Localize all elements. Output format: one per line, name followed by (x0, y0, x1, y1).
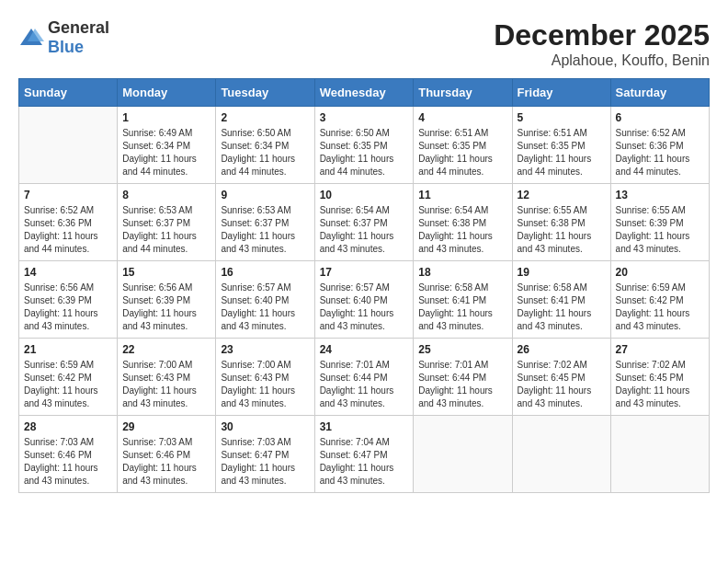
day-info: Sunrise: 7:03 AMSunset: 6:46 PMDaylight:… (122, 436, 210, 488)
weekday-header-row: SundayMondayTuesdayWednesdayThursdayFrid… (19, 79, 710, 107)
day-info: Sunrise: 6:58 AMSunset: 6:41 PMDaylight:… (518, 282, 606, 333)
title-block: December 2025 Aplahoue, Kouffo, Benin (494, 18, 710, 69)
day-number: 28 (24, 420, 112, 433)
day-number: 13 (616, 189, 704, 201)
weekday-header-monday: Monday (118, 79, 216, 107)
calendar-cell: 27Sunrise: 7:02 AMSunset: 6:45 PMDayligh… (610, 339, 709, 416)
logo-general: General (48, 18, 109, 37)
day-info: Sunrise: 7:00 AMSunset: 6:43 PMDaylight:… (221, 359, 309, 410)
calendar-cell: 28Sunrise: 7:03 AMSunset: 6:46 PMDayligh… (19, 416, 118, 493)
calendar-cell: 23Sunrise: 7:00 AMSunset: 6:43 PMDayligh… (216, 339, 314, 416)
calendar-cell (19, 107, 118, 184)
weekday-header-wednesday: Wednesday (314, 79, 414, 107)
calendar-cell: 21Sunrise: 6:59 AMSunset: 6:42 PMDayligh… (19, 339, 118, 416)
day-info: Sunrise: 6:49 AMSunset: 6:34 PMDaylight:… (122, 127, 210, 178)
calendar-cell: 22Sunrise: 7:00 AMSunset: 6:43 PMDayligh… (118, 339, 216, 416)
day-info: Sunrise: 6:51 AMSunset: 6:35 PMDaylight:… (418, 127, 506, 178)
day-number: 12 (518, 189, 606, 201)
day-number: 22 (122, 343, 210, 356)
calendar-cell: 8Sunrise: 6:53 AMSunset: 6:37 PMDaylight… (118, 184, 216, 261)
day-number: 6 (616, 111, 704, 124)
day-info: Sunrise: 6:53 AMSunset: 6:37 PMDaylight:… (221, 204, 309, 256)
calendar-cell: 9Sunrise: 6:53 AMSunset: 6:37 PMDaylight… (216, 184, 314, 261)
calendar-cell: 30Sunrise: 7:03 AMSunset: 6:47 PMDayligh… (216, 416, 314, 493)
day-number: 23 (221, 343, 309, 356)
day-info: Sunrise: 6:54 AMSunset: 6:37 PMDaylight:… (320, 204, 409, 256)
logo: General Blue (18, 18, 109, 57)
calendar-cell: 18Sunrise: 6:58 AMSunset: 6:41 PMDayligh… (414, 261, 512, 339)
calendar-cell: 11Sunrise: 6:54 AMSunset: 6:38 PMDayligh… (414, 184, 512, 261)
day-number: 17 (320, 266, 409, 279)
day-info: Sunrise: 6:50 AMSunset: 6:34 PMDaylight:… (221, 127, 309, 178)
calendar-cell: 6Sunrise: 6:52 AMSunset: 6:36 PMDaylight… (610, 107, 709, 184)
logo-blue: Blue (48, 38, 84, 56)
day-number: 27 (616, 343, 704, 356)
day-info: Sunrise: 6:55 AMSunset: 6:39 PMDaylight:… (616, 204, 704, 256)
weekday-header-sunday: Sunday (19, 79, 118, 107)
weekday-header-tuesday: Tuesday (216, 79, 314, 107)
calendar-cell: 19Sunrise: 6:58 AMSunset: 6:41 PMDayligh… (512, 261, 610, 339)
day-number: 25 (418, 343, 506, 356)
calendar-cell: 4Sunrise: 6:51 AMSunset: 6:35 PMDaylight… (414, 107, 512, 184)
day-info: Sunrise: 6:57 AMSunset: 6:40 PMDaylight:… (221, 282, 309, 333)
day-number: 4 (418, 111, 506, 124)
weekday-header-thursday: Thursday (414, 79, 512, 107)
calendar-cell: 10Sunrise: 6:54 AMSunset: 6:37 PMDayligh… (314, 184, 414, 261)
calendar-cell: 17Sunrise: 6:57 AMSunset: 6:40 PMDayligh… (314, 261, 414, 339)
week-row-1: 1Sunrise: 6:49 AMSunset: 6:34 PMDaylight… (19, 107, 710, 184)
page-header: General Blue December 2025 Aplahoue, Kou… (18, 18, 710, 69)
calendar-cell: 26Sunrise: 7:02 AMSunset: 6:45 PMDayligh… (512, 339, 610, 416)
calendar-cell: 5Sunrise: 6:51 AMSunset: 6:35 PMDaylight… (512, 107, 610, 184)
day-info: Sunrise: 7:01 AMSunset: 6:44 PMDaylight:… (320, 359, 409, 410)
day-number: 16 (221, 266, 309, 279)
day-info: Sunrise: 7:02 AMSunset: 6:45 PMDaylight:… (616, 359, 704, 410)
calendar-cell: 16Sunrise: 6:57 AMSunset: 6:40 PMDayligh… (216, 261, 314, 339)
day-number: 31 (320, 420, 409, 433)
calendar-cell: 20Sunrise: 6:59 AMSunset: 6:42 PMDayligh… (610, 261, 709, 339)
day-info: Sunrise: 6:52 AMSunset: 6:36 PMDaylight:… (24, 204, 112, 256)
day-number: 15 (122, 266, 210, 279)
day-info: Sunrise: 7:03 AMSunset: 6:47 PMDaylight:… (221, 436, 309, 488)
day-info: Sunrise: 6:54 AMSunset: 6:38 PMDaylight:… (418, 204, 506, 256)
calendar-cell: 25Sunrise: 7:01 AMSunset: 6:44 PMDayligh… (414, 339, 512, 416)
day-number: 26 (518, 343, 606, 356)
day-number: 11 (418, 189, 506, 201)
calendar-cell: 14Sunrise: 6:56 AMSunset: 6:39 PMDayligh… (19, 261, 118, 339)
day-info: Sunrise: 6:53 AMSunset: 6:37 PMDaylight:… (122, 204, 210, 256)
calendar-cell (610, 416, 709, 493)
day-number: 19 (518, 266, 606, 279)
day-number: 1 (122, 111, 210, 124)
day-info: Sunrise: 6:56 AMSunset: 6:39 PMDaylight:… (24, 282, 112, 333)
calendar-cell: 12Sunrise: 6:55 AMSunset: 6:38 PMDayligh… (512, 184, 610, 261)
day-number: 24 (320, 343, 409, 356)
day-info: Sunrise: 7:01 AMSunset: 6:44 PMDaylight:… (418, 359, 506, 410)
week-row-5: 28Sunrise: 7:03 AMSunset: 6:46 PMDayligh… (19, 416, 710, 493)
day-info: Sunrise: 7:03 AMSunset: 6:46 PMDaylight:… (24, 436, 112, 488)
calendar-cell: 15Sunrise: 6:56 AMSunset: 6:39 PMDayligh… (118, 261, 216, 339)
day-number: 2 (221, 111, 309, 124)
day-number: 5 (518, 111, 606, 124)
calendar-cell: 1Sunrise: 6:49 AMSunset: 6:34 PMDaylight… (118, 107, 216, 184)
calendar-cell: 7Sunrise: 6:52 AMSunset: 6:36 PMDaylight… (19, 184, 118, 261)
day-info: Sunrise: 6:52 AMSunset: 6:36 PMDaylight:… (616, 127, 704, 178)
day-number: 21 (24, 343, 112, 356)
day-number: 10 (320, 189, 409, 201)
day-number: 30 (221, 420, 309, 433)
day-info: Sunrise: 6:59 AMSunset: 6:42 PMDaylight:… (616, 282, 704, 333)
weekday-header-saturday: Saturday (610, 79, 709, 107)
day-info: Sunrise: 6:50 AMSunset: 6:35 PMDaylight:… (320, 127, 409, 178)
day-number: 18 (418, 266, 506, 279)
day-number: 9 (221, 189, 309, 201)
day-info: Sunrise: 7:02 AMSunset: 6:45 PMDaylight:… (518, 359, 606, 410)
day-number: 3 (320, 111, 409, 124)
week-row-2: 7Sunrise: 6:52 AMSunset: 6:36 PMDaylight… (19, 184, 710, 261)
day-info: Sunrise: 6:59 AMSunset: 6:42 PMDaylight:… (24, 359, 112, 410)
week-row-3: 14Sunrise: 6:56 AMSunset: 6:39 PMDayligh… (19, 261, 710, 339)
day-info: Sunrise: 6:56 AMSunset: 6:39 PMDaylight:… (122, 282, 210, 333)
calendar-cell: 2Sunrise: 6:50 AMSunset: 6:34 PMDaylight… (216, 107, 314, 184)
day-number: 29 (122, 420, 210, 433)
week-row-4: 21Sunrise: 6:59 AMSunset: 6:42 PMDayligh… (19, 339, 710, 416)
day-number: 7 (24, 189, 112, 201)
calendar-cell: 24Sunrise: 7:01 AMSunset: 6:44 PMDayligh… (314, 339, 414, 416)
day-number: 20 (616, 266, 704, 279)
